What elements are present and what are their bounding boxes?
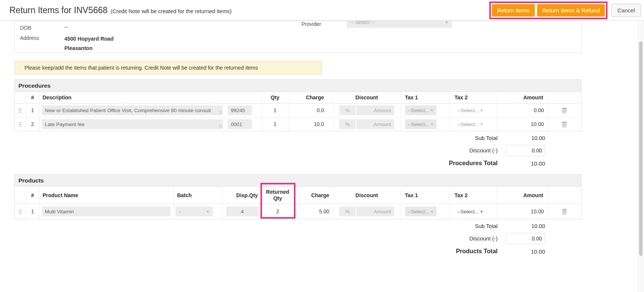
row-number: 1 [26,103,40,117]
scrollbar-thumb[interactable] [639,41,642,256]
subtotal-label: Sub Total [475,135,498,141]
amount-value: 0.00 [497,103,547,117]
qty-value: 1 [262,117,288,131]
drag-column-header [15,92,26,103]
discount-column-header: Discount [333,187,400,204]
amount-column-header: Amount [497,92,547,103]
tax2-select[interactable]: --Select...▼ [454,105,486,115]
product-name-cell: Multi Vitamin [40,204,174,219]
procedure-code-input[interactable]: 99245 [228,105,252,115]
description-text: New or Established Patient Office Visit,… [45,108,211,113]
subtotal-value: 10.00 [498,223,548,229]
drag-handle-icon[interactable] [18,108,22,113]
subtotal-value: 10.00 [498,135,548,141]
discount-total-label: Discount (-) [469,236,498,242]
chevron-down-icon: ▼ [445,21,449,24]
tax1-select[interactable]: --Select...▼ [405,119,437,129]
drag-cell [15,103,26,117]
discount-total-label: Discount (-) [469,148,498,154]
tax1-select[interactable]: --Select...▼ [405,207,437,216]
procedure-code-input[interactable]: 0001 [228,119,252,129]
description-input[interactable]: New or Established Patient Office Visit,… [42,105,223,115]
chevron-down-icon: ▼ [206,210,210,214]
delete-row-button[interactable] [561,120,568,128]
discount-amount-input[interactable]: Amount [356,207,394,216]
tax1-select[interactable]: --Select...▼ [405,105,437,115]
description-cell: Late Payment fee 0001 [40,117,262,131]
batch-cell: -▼ [174,204,223,219]
products-section: Products # Product Name Batch Disp.Qty R… [14,174,582,219]
delete-row-button[interactable] [561,106,568,114]
discount-total-wrap [498,145,548,156]
disp-qty-cell: 4 [223,204,262,219]
discount-percent-input[interactable]: % [339,105,356,115]
products-section-title: Products [15,175,581,187]
batch-select[interactable]: -▼ [175,207,213,216]
tax2-select[interactable]: --Select...▼ [454,207,486,216]
resize-grip-icon[interactable] [219,125,222,128]
description-cell: New or Established Patient Office Visit,… [40,103,262,117]
procedure-row: 1 New or Established Patient Office Visi… [15,103,581,117]
return-items-refund-button[interactable]: Return Items & Refund [537,4,605,17]
tax2-column-header: Tax 2 [450,92,497,103]
actions-column-header [547,92,581,103]
tax2-select-value: --Select... [457,108,479,113]
discount-percent-input[interactable]: % [339,207,356,216]
charge-column-header: Charge [288,92,333,103]
procedures-discount-input[interactable] [506,145,545,156]
discount-percent-input[interactable]: % [339,119,356,129]
actions-column-header [547,187,581,204]
vertical-scrollbar[interactable] [638,21,643,292]
products-total-label: Products Total [456,248,498,255]
header-actions: Return Items Return Items & Refund Cance… [489,2,641,19]
products-discount-input[interactable] [506,233,545,244]
discount-row: Discount (-) [0,145,548,156]
address-value: 4500 Hopyard Road Pleasanton [64,34,114,53]
tax1-column-header: Tax 1 [400,187,450,204]
charge-value: 10.0 [288,117,333,131]
address-line2: Pleasanton [64,44,114,53]
description-input[interactable]: Late Payment fee [42,119,223,129]
discount-cell: % Amount [333,117,400,131]
charge-value: 5.00 [294,204,333,219]
discount-inputs: % Amount [339,207,394,216]
discount-total-wrap [498,233,548,244]
discount-amount-input[interactable]: Amount [356,119,394,129]
title-wrap: Return Items for INV5668 (Credit Note wi… [9,5,231,15]
drag-handle-icon[interactable] [18,122,22,127]
product-row: 1 Multi Vitamin -▼ 4 2 5.00 % Amount --S… [15,204,581,219]
drag-cell [15,204,26,219]
delete-cell [547,204,581,219]
chevron-down-icon: ▼ [430,210,434,214]
disp-qty-input[interactable]: 4 [226,207,259,216]
dob-value: -- [64,24,68,31]
procedures-total-value: 10.00 [498,160,548,167]
provider-select[interactable]: -- Select -- ▼ [347,21,452,28]
return-items-button[interactable]: Return Items [492,4,535,17]
trash-icon [562,208,567,215]
drag-column-header [15,187,26,204]
discount-inputs: % Amount [339,119,394,129]
chevron-down-icon: ▼ [430,108,434,113]
resize-grip-icon[interactable] [219,111,222,114]
subtotal-label: Sub Total [475,223,498,229]
returned-qty-input[interactable]: 2 [262,204,294,219]
product-name-input[interactable]: Multi Vitamin [42,207,171,216]
amount-value: 10.00 [497,117,547,131]
discount-amount-input[interactable]: Amount [356,105,394,115]
page-title: Return Items for INV5668 [9,5,108,15]
return-notice-banner: Please keep/add the items that patient i… [14,61,322,75]
cancel-button[interactable]: Cancel [611,4,641,17]
tax2-select-value: --Select... [457,209,479,214]
products-total-value: 10.00 [498,248,548,255]
amount-value: 10.00 [497,204,547,219]
tax2-select[interactable]: --Select...▼ [454,119,486,129]
tax2-cell: --Select...▼ [450,204,497,219]
provider-label: Provider [301,21,347,28]
procedures-total-label: Procedures Total [449,160,498,167]
products-total-row: Products Total 10.00 [0,248,548,255]
delete-row-button[interactable] [561,208,568,216]
tax1-column-header: Tax 1 [400,92,450,103]
subtotal-row: Sub Total 10.00 [0,223,548,229]
drag-handle-icon[interactable] [18,209,22,214]
